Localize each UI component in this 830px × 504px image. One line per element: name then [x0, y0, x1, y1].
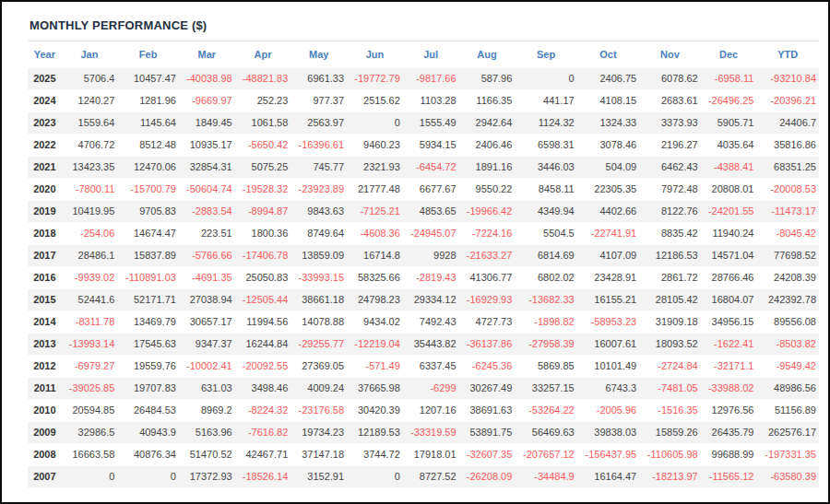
- value-cell: 3373.93: [639, 112, 701, 135]
- value-cell: 29334.12: [403, 289, 459, 311]
- value-cell: 5504.5: [515, 223, 576, 245]
- value-cell: -33993.15: [290, 267, 347, 289]
- value-cell: 13469.79: [117, 311, 179, 334]
- value-cell: 11940.24: [701, 223, 757, 245]
- table-body: 20255706.410457.47-40038.98-48821.836961…: [28, 68, 819, 488]
- value-cell: 0: [62, 466, 118, 488]
- column-header-ytd: YTD: [756, 41, 819, 69]
- value-cell: -9939.02: [62, 267, 118, 289]
- value-cell: 8835.42: [639, 223, 701, 245]
- value-cell: -26208.09: [459, 466, 516, 488]
- value-cell: 12186.53: [639, 245, 701, 267]
- value-cell: 22305.35: [577, 179, 639, 201]
- value-cell: 2406.46: [459, 135, 516, 157]
- value-cell: -5650.42: [235, 135, 291, 157]
- value-cell: -1622.41: [701, 334, 757, 356]
- value-cell: 77698.52: [756, 245, 819, 267]
- value-cell: 745.77: [290, 157, 347, 179]
- value-cell: 35443.82: [403, 334, 459, 356]
- value-cell: 4349.94: [515, 201, 576, 223]
- value-cell: 9550.22: [459, 179, 516, 201]
- value-cell: 51470.52: [179, 444, 235, 466]
- value-cell: 37665.98: [347, 378, 403, 400]
- value-cell: 6802.02: [515, 267, 576, 289]
- value-cell: -15700.79: [117, 179, 179, 201]
- value-cell: 0: [347, 112, 403, 135]
- value-cell: -34484.9: [515, 466, 576, 488]
- table-row-2016: 2016-9939.02-110891.03-4691.3525050.83-3…: [28, 267, 819, 289]
- year-cell: 2020: [28, 179, 62, 201]
- column-header-may: May: [290, 41, 347, 69]
- value-cell: 8458.11: [515, 179, 576, 201]
- value-cell: -9549.42: [756, 356, 819, 378]
- value-cell: -16929.93: [459, 289, 516, 311]
- value-cell: -156437.95: [577, 444, 639, 466]
- year-cell: 2023: [28, 112, 62, 135]
- value-cell: -6299: [403, 378, 459, 400]
- table-row-2014: 2014-8311.7813469.7930657.1711994.561407…: [28, 311, 819, 334]
- value-cell: -1898.82: [515, 311, 576, 334]
- value-cell: 12976.56: [701, 400, 757, 422]
- value-cell: 17372.93: [179, 466, 235, 488]
- value-cell: -18213.97: [639, 466, 701, 488]
- table-row-2017: 201728486.115837.89-5766.66-17406.781385…: [28, 245, 819, 267]
- value-cell: 252.23: [235, 90, 291, 112]
- value-cell: 10457.47: [117, 68, 179, 90]
- value-cell: -1516.35: [639, 400, 701, 422]
- value-cell: 14674.47: [117, 223, 179, 245]
- value-cell: -22741.91: [577, 223, 639, 245]
- value-cell: -39025.85: [62, 378, 118, 400]
- value-cell: 4402.66: [577, 201, 639, 223]
- value-cell: -8311.78: [62, 311, 118, 334]
- value-cell: 30657.17: [179, 311, 235, 334]
- value-cell: 4727.73: [459, 311, 516, 334]
- value-cell: 10935.17: [179, 135, 235, 157]
- value-cell: -20396.21: [756, 90, 819, 112]
- value-cell: 1281.96: [117, 90, 179, 112]
- column-header-apr: Apr: [235, 41, 291, 69]
- value-cell: 53891.75: [459, 422, 516, 444]
- value-cell: 0: [515, 68, 576, 90]
- value-cell: -20008.53: [756, 179, 819, 201]
- value-cell: 262576.17: [756, 422, 819, 444]
- value-cell: 6598.31: [515, 135, 576, 157]
- value-cell: -6979.27: [62, 356, 118, 378]
- value-cell: -29255.77: [290, 334, 347, 356]
- value-cell: 4108.15: [577, 90, 639, 112]
- value-cell: -571.49: [347, 356, 403, 378]
- value-cell: 24406.7: [756, 112, 819, 135]
- value-cell: 9928: [403, 245, 459, 267]
- value-cell: 6743.3: [577, 378, 639, 400]
- value-cell: -13682.33: [515, 289, 576, 311]
- value-cell: 1166.35: [459, 90, 516, 112]
- value-cell: 8122.76: [639, 201, 701, 223]
- value-cell: 16804.07: [701, 289, 757, 311]
- value-cell: 28766.46: [701, 267, 757, 289]
- value-cell: -50604.74: [179, 179, 235, 201]
- value-cell: 3744.72: [347, 444, 403, 466]
- value-cell: -18526.14: [235, 466, 291, 488]
- table-row-2010: 201020594.8526484.538969.2-8224.32-23176…: [28, 400, 819, 422]
- year-cell: 2011: [28, 378, 62, 400]
- value-cell: 1207.16: [403, 400, 459, 422]
- value-cell: 8727.52: [403, 466, 459, 488]
- value-cell: 5075.25: [235, 157, 291, 179]
- value-cell: 6677.67: [403, 179, 459, 201]
- value-cell: -19772.79: [347, 68, 403, 90]
- value-cell: 34956.15: [701, 311, 757, 334]
- value-cell: -19966.42: [459, 201, 516, 223]
- value-cell: 504.09: [577, 157, 639, 179]
- value-cell: 24798.23: [347, 289, 403, 311]
- value-cell: -24201.55: [701, 201, 757, 223]
- year-cell: 2025: [28, 68, 62, 90]
- value-cell: 52171.71: [117, 289, 179, 311]
- table-row-2024: 20241240.271281.96-9669.97252.23977.3725…: [28, 90, 819, 112]
- column-header-year: Year: [28, 41, 62, 69]
- value-cell: 52441.6: [62, 289, 118, 311]
- value-cell: 37147.18: [290, 444, 347, 466]
- monthly-performance-table: YearJanFebMarAprMayJunJulAugSepOctNovDec…: [28, 41, 819, 488]
- value-cell: 21777.48: [347, 179, 403, 201]
- value-cell: -197331.35: [756, 444, 819, 466]
- year-cell: 2008: [28, 444, 62, 466]
- value-cell: -13993.14: [62, 334, 118, 356]
